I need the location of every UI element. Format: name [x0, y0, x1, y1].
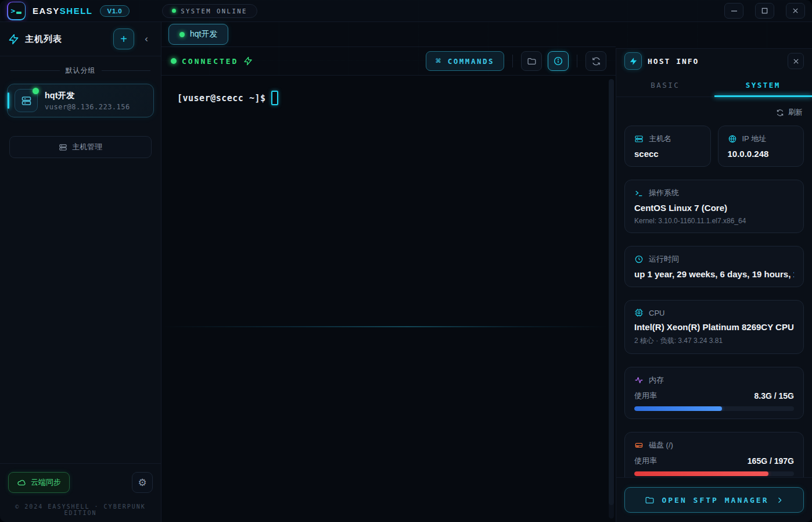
- cloud-sync-button[interactable]: 云端同步: [8, 472, 70, 493]
- folder-icon: [527, 56, 537, 66]
- close-icon: [792, 8, 799, 14]
- memory-usage-value: 8.3G / 15G: [754, 391, 794, 401]
- terminal-toolbar: CONNECTED ⌘ COMMANDS: [161, 47, 616, 76]
- chevron-right-icon: [776, 496, 784, 504]
- app-logo: >: [7, 2, 26, 20]
- close-icon: [793, 58, 799, 65]
- refresh-link[interactable]: 刷新: [776, 108, 803, 117]
- toolbar-divider: [512, 55, 513, 67]
- terminal-scrollbar-thumb[interactable]: [609, 79, 614, 505]
- host-info-tabs: BASIC SYSTEM: [616, 73, 812, 97]
- host-list-sidebar: 主机列表 + ‹ 默认分组 hqt开发 vuser@8.136.223.156: [0, 22, 161, 522]
- host-list-item[interactable]: hqt开发 vuser@8.136.223.156: [7, 84, 154, 117]
- terminal-prompt: [vuser@scecc ~]$: [177, 93, 266, 103]
- memory-card: 内存 使用率 8.3G / 15G: [624, 367, 804, 419]
- ip-value: 10.0.0.248: [728, 149, 795, 159]
- folder-icon: [645, 495, 655, 505]
- refresh-icon: [591, 56, 601, 66]
- server-icon: [634, 134, 644, 144]
- refresh-icon: [776, 109, 784, 117]
- connected-lightning-icon: [243, 56, 253, 66]
- file-manager-button[interactable]: [521, 51, 542, 71]
- cpu-load-value: 2 核心 · 负载: 3.47 3.24 3.81: [634, 336, 794, 346]
- kernel-value: Kernel: 3.10.0-1160.11.1.el7.x86_64: [634, 217, 794, 225]
- minimize-icon: [731, 8, 738, 15]
- disk-card: 磁盘 (/) 使用率 165G / 197G: [624, 432, 804, 477]
- collapse-sidebar-button[interactable]: ‹: [140, 31, 153, 47]
- add-host-button[interactable]: +: [113, 28, 134, 49]
- hostname-value: scecc: [634, 149, 701, 159]
- close-panel-button[interactable]: [788, 53, 804, 69]
- lightning-icon: [8, 34, 19, 45]
- terminal-icon: [634, 188, 644, 198]
- terminal-logo-icon: >: [11, 6, 16, 15]
- cloud-icon: [17, 478, 26, 487]
- maximize-button[interactable]: [755, 3, 774, 19]
- commands-button[interactable]: ⌘ COMMANDS: [426, 51, 504, 71]
- terminal-scrollbar[interactable]: [609, 79, 614, 519]
- active-host-accent: [8, 92, 9, 109]
- tab-system[interactable]: SYSTEM: [714, 73, 812, 96]
- group-label: 默认分组: [66, 66, 96, 76]
- titlebar: > EASYSHELL V1.0 SYSTEM ONLINE: [0, 0, 812, 22]
- host-info-title: HOST INFO: [648, 57, 699, 66]
- os-value: CentOS Linux 7 (Core): [634, 203, 794, 213]
- copyright-text: © 2024 EASYSHELL · CYBERPUNK EDITION: [8, 503, 153, 516]
- open-sftp-button[interactable]: OPEN SFTP MANAGER: [624, 487, 804, 513]
- os-card: 操作系统 CentOS Linux 7 (Core) Kernel: 3.10.…: [624, 180, 804, 233]
- version-badge: V1.0: [100, 5, 130, 17]
- minimize-button[interactable]: [724, 3, 743, 19]
- reconnect-button[interactable]: [585, 51, 606, 71]
- tab-online-dot-icon: [179, 32, 185, 37]
- command-icon: ⌘: [436, 56, 443, 66]
- globe-icon: [728, 134, 737, 144]
- cpu-card: CPU Intel(R) Xeon(R) Platinum 8269CY CPU…: [624, 300, 804, 354]
- hard-drive-icon: [634, 441, 644, 450]
- host-manage-button[interactable]: 主机管理: [9, 136, 152, 158]
- host-info-toggle-button[interactable]: [548, 51, 569, 71]
- server-small-icon: [59, 143, 67, 152]
- sidebar-title: 主机列表: [25, 34, 62, 45]
- session-tabbar: hqt开发: [161, 22, 616, 47]
- info-icon: [553, 56, 563, 66]
- terminal-scanline: [161, 326, 608, 327]
- host-address: vuser@8.136.223.156: [45, 103, 130, 111]
- session-tab[interactable]: hqt开发: [168, 24, 228, 45]
- system-status-badge: SYSTEM ONLINE: [162, 4, 257, 18]
- settings-button[interactable]: ⚙: [132, 472, 153, 493]
- host-info-panel: HOST INFO BASIC SYSTEM 刷新: [616, 48, 812, 522]
- clock-icon: [634, 255, 644, 264]
- activity-icon: [634, 376, 644, 385]
- terminal-logo-underscore: [16, 12, 21, 14]
- toolbar-divider: [577, 55, 577, 67]
- tab-basic[interactable]: BASIC: [616, 73, 714, 96]
- main-area: hqt开发 CONNECTED ⌘ COMMANDS: [161, 22, 616, 522]
- disk-progress-fill: [634, 471, 768, 476]
- host-info-lightning-icon: [624, 52, 642, 70]
- ip-card: IP 地址 10.0.0.248: [718, 126, 804, 167]
- cpu-icon: [634, 308, 644, 317]
- app-window: > EASYSHELL V1.0 SYSTEM ONLINE 主机列表: [0, 0, 812, 522]
- close-window-button[interactable]: [786, 3, 805, 19]
- hostname-card: 主机名 scecc: [624, 126, 711, 167]
- tab-label: hqt开发: [190, 29, 217, 40]
- memory-progress-fill: [634, 406, 722, 411]
- uptime-value: up 1 year, 29 weeks, 6 days, 19 hours, 1…: [634, 269, 794, 279]
- online-dot-icon: [172, 9, 176, 13]
- host-info-body: 刷新 主机名 scecc: [616, 97, 812, 477]
- connection-status: CONNECTED: [171, 56, 253, 66]
- uptime-card: 运行时间 up 1 year, 29 weeks, 6 days, 19 hou…: [624, 246, 804, 287]
- host-name: hqt开发: [45, 90, 130, 101]
- disk-progress-bar: [634, 471, 794, 476]
- app-title: EASYSHELL: [33, 6, 93, 16]
- host-online-dot-icon: [33, 88, 39, 94]
- memory-progress-bar: [634, 406, 794, 411]
- cpu-value: Intel(R) Xeon(R) Platinum 8269CY CPU ...: [634, 322, 794, 332]
- maximize-icon: [761, 8, 768, 14]
- group-divider: 默认分组: [0, 56, 161, 80]
- gear-icon: ⚙: [138, 477, 146, 489]
- terminal-pane[interactable]: [vuser@scecc ~]$: [161, 76, 616, 522]
- connected-dot-icon: [171, 58, 177, 64]
- server-icon: [15, 89, 38, 112]
- terminal-cursor: [271, 91, 278, 105]
